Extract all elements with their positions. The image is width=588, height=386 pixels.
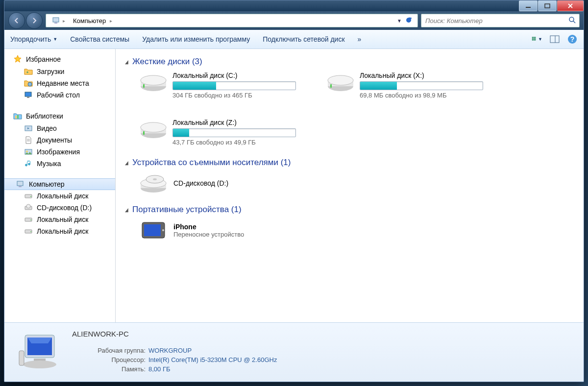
- sidebar-item-local-disk[interactable]: Локальный диск: [4, 214, 115, 225]
- portable-device-iphone[interactable]: iPhone Переносное устройство: [124, 219, 575, 241]
- portable-device-icon: [139, 219, 168, 241]
- svg-point-42: [141, 122, 166, 132]
- details-pane: ALIENWORK-PC Рабочая группа:WORKGROUP Пр…: [4, 322, 584, 382]
- cd-drive[interactable]: CD-дисковод (D:): [124, 172, 575, 194]
- device-type: Переносное устройство: [173, 231, 244, 238]
- search-box[interactable]: [421, 14, 580, 27]
- organize-menu[interactable]: Упорядочить ▼: [10, 35, 57, 43]
- sidebar-item-cd-drive[interactable]: CD-дисковод (D:): [4, 202, 115, 214]
- refresh-icon[interactable]: [405, 16, 413, 25]
- section-portable[interactable]: ◢Портативные устройства (1): [124, 205, 575, 215]
- drive-label: Локальный диск (Z:): [172, 119, 296, 126]
- drive-free-text: 43,7 ГБ свободно из 49,9 ГБ: [172, 139, 296, 146]
- svg-point-51: [162, 229, 164, 231]
- desktop-icon: [24, 91, 33, 99]
- svg-rect-17: [15, 116, 17, 119]
- svg-point-48: [153, 178, 157, 180]
- map-network-drive-button[interactable]: Подключить сетевой диск: [263, 35, 344, 43]
- hdd-icon: [139, 72, 168, 93]
- sidebar-item-computer[interactable]: Компьютер: [4, 178, 115, 190]
- svg-point-25: [30, 196, 31, 197]
- document-icon: [24, 136, 33, 145]
- libraries-icon: [13, 112, 22, 121]
- svg-point-31: [30, 231, 31, 232]
- svg-rect-50: [144, 224, 161, 236]
- sidebar-item-local-disk[interactable]: Локальный диск: [4, 225, 115, 237]
- minimize-button[interactable]: [519, 0, 538, 11]
- chevron-right-icon: ▸: [110, 18, 112, 24]
- forward-button[interactable]: [26, 12, 43, 29]
- svg-rect-3: [54, 23, 57, 24]
- search-input[interactable]: [424, 17, 568, 25]
- sidebar-item-desktop[interactable]: Рабочий стол: [4, 89, 115, 101]
- drive-icon: [24, 215, 33, 224]
- drive-icon: [24, 227, 33, 236]
- view-options-icon[interactable]: ▼: [532, 34, 542, 45]
- ram-value: 8,00 ГБ: [148, 365, 170, 373]
- workgroup-label: Рабочая группа:: [72, 347, 148, 354]
- section-removable[interactable]: ◢Устройства со съемными носителями (1): [124, 158, 575, 168]
- svg-rect-56: [19, 351, 24, 365]
- system-properties-button[interactable]: Свойства системы: [70, 35, 129, 43]
- close-button[interactable]: [557, 0, 584, 11]
- drive-z[interactable]: Локальный диск (Z:) 43,7 ГБ свободно из …: [139, 119, 291, 146]
- sidebar-item-downloads[interactable]: Загрузки: [4, 66, 115, 77]
- drive-free-text: 69,8 МБ свободно из 98,9 МБ: [360, 92, 483, 99]
- sidebar-item-videos[interactable]: Видео: [4, 122, 115, 134]
- computer-large-icon: [14, 330, 63, 374]
- svg-rect-23: [19, 186, 22, 187]
- svg-rect-35: [143, 84, 145, 88]
- sidebar-item-music[interactable]: Музыка: [4, 158, 115, 169]
- sidebar-item-documents[interactable]: Документы: [4, 134, 115, 146]
- help-icon[interactable]: ?: [567, 34, 578, 45]
- workgroup-value: WORKGROUP: [148, 347, 192, 354]
- sidebar-libraries[interactable]: Библиотеки: [4, 110, 115, 122]
- computer-name: ALIENWORK-PC: [72, 330, 277, 338]
- usage-bar: [172, 128, 296, 137]
- address-bar: ▸ Компьютер ▸ ▼: [4, 11, 584, 30]
- drive-free-text: 304 ГБ свободно из 465 ГБ: [172, 92, 296, 99]
- usage-bar: [360, 81, 483, 90]
- body: Избранное Загрузки Недавние места Рабочи…: [4, 49, 584, 322]
- dropdown-arrow-icon[interactable]: ▼: [397, 18, 402, 24]
- svg-rect-15: [25, 92, 31, 96]
- sidebar-item-pictures[interactable]: Изображения: [4, 146, 115, 158]
- preview-pane-icon[interactable]: [549, 34, 560, 45]
- drive-c[interactable]: Локальный диск (C:) 304 ГБ свободно из 4…: [139, 72, 291, 99]
- back-button[interactable]: [8, 12, 25, 29]
- computer-icon: [52, 16, 61, 25]
- section-hard-drives[interactable]: ◢Жесткие диски (3): [124, 57, 575, 67]
- star-icon: [13, 55, 22, 64]
- recent-icon: [24, 79, 33, 88]
- crumb-computer[interactable]: Компьютер: [69, 17, 110, 24]
- picture-icon: [24, 147, 33, 156]
- maximize-button[interactable]: [538, 0, 557, 11]
- uninstall-program-button[interactable]: Удалить или изменить программу: [142, 35, 250, 43]
- svg-point-21: [26, 151, 28, 152]
- toolbar-overflow[interactable]: »: [358, 35, 362, 43]
- computer-icon: [16, 180, 25, 189]
- folder-icon: [24, 67, 33, 76]
- sidebar-favorites[interactable]: Избранное: [4, 53, 115, 66]
- svg-rect-10: [550, 36, 559, 43]
- svg-point-38: [328, 75, 353, 85]
- svg-rect-7: [534, 37, 536, 39]
- usage-bar: [172, 81, 296, 90]
- svg-point-55: [23, 361, 56, 368]
- drive-icon: [24, 192, 33, 200]
- breadcrumb[interactable]: ▸ Компьютер ▸ ▼: [46, 14, 418, 27]
- hdd-icon: [139, 119, 168, 140]
- svg-rect-39: [330, 84, 332, 88]
- drive-x[interactable]: Локальный диск (X:) 69,8 МБ свободно из …: [326, 72, 478, 99]
- svg-line-5: [573, 21, 575, 23]
- svg-point-14: [28, 82, 32, 86]
- toolbar: Упорядочить ▼ Свойства системы Удалить и…: [4, 30, 584, 49]
- svg-rect-8: [532, 39, 534, 41]
- sidebar-item-recent[interactable]: Недавние места: [4, 77, 115, 89]
- device-label: iPhone: [173, 223, 244, 231]
- titlebar[interactable]: [4, 0, 584, 11]
- svg-rect-2: [53, 18, 59, 22]
- svg-rect-1: [545, 4, 550, 8]
- sidebar-item-local-disk[interactable]: Локальный диск: [4, 190, 115, 202]
- search-icon[interactable]: [568, 16, 576, 25]
